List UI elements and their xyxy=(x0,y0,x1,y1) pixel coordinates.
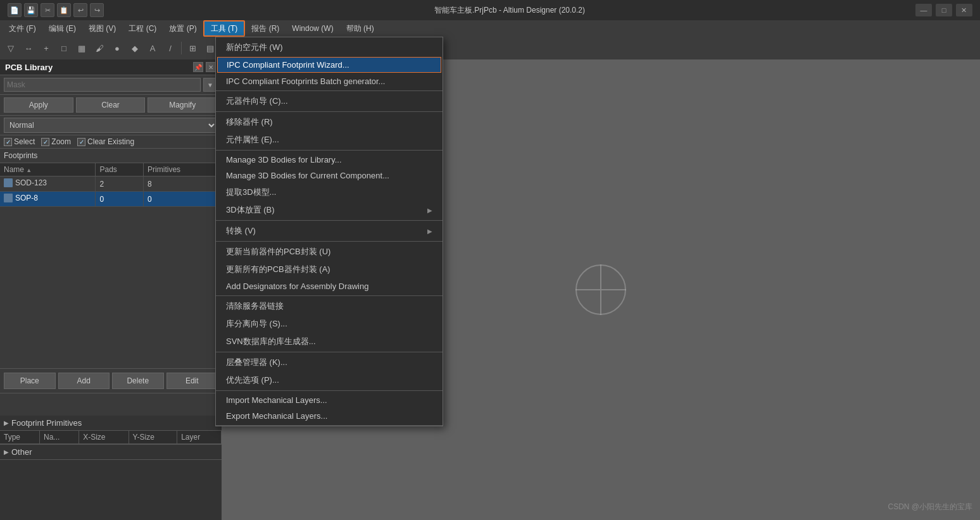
tb-line[interactable]: / xyxy=(162,40,179,56)
dropdown-item-ipc-wizard[interactable]: IPC Compliant Footprint Wizard... xyxy=(217,57,441,73)
dropdown-item-manage-3d-lib[interactable]: Manage 3D Bodies for Library... xyxy=(216,152,443,168)
prim-col-ysize[interactable]: Y-Size xyxy=(129,431,177,444)
menu-window[interactable]: Window (W) xyxy=(286,20,339,37)
tb-net[interactable]: ↔ xyxy=(20,40,37,56)
normal-select[interactable]: Normal xyxy=(4,118,217,133)
place-button[interactable]: Place xyxy=(4,373,56,389)
dropdown-item-import-mech[interactable]: Import Mechanical Layers... xyxy=(216,392,443,408)
edit-button[interactable]: Edit xyxy=(166,373,218,389)
dropdown-item-new-empty[interactable]: 新的空元件 (W) xyxy=(216,39,443,56)
prim-col-xsize[interactable]: X-Size xyxy=(79,431,129,444)
dropdown-item-manage-3d-cur[interactable]: Manage 3D Bodies for Current Component..… xyxy=(216,168,443,183)
dropdown-item-component-wizard[interactable]: 元器件向导 (C)... xyxy=(216,92,443,110)
dropdown-item-remove-device[interactable]: 移除器件 (R) xyxy=(216,113,443,131)
dropdown-item-stackup[interactable]: 层叠管理器 (K)... xyxy=(216,354,443,371)
dropdown-section-1: 新的空元件 (W) IPC Compliant Footprint Wizard… xyxy=(216,37,443,91)
menu-edit[interactable]: 编辑 (E) xyxy=(42,20,82,37)
menu-help[interactable]: 帮助 (H) xyxy=(340,20,380,37)
prim-col-type[interactable]: Type xyxy=(0,431,39,444)
prim-col-name[interactable]: Na... xyxy=(39,431,79,444)
table-row[interactable]: SOD-123 2 8 xyxy=(0,176,221,192)
col-name[interactable]: Name ▲ xyxy=(0,163,96,176)
other-section: ▶ Other xyxy=(0,444,222,520)
dropdown-item-export-mech[interactable]: Export Mechanical Layers... xyxy=(216,408,443,424)
dropdown-section-9: Import Mechanical Layers... Export Mecha… xyxy=(216,391,443,426)
panel-header-controls: 📌 ✕ xyxy=(193,62,216,72)
cb-select-box: ✓ xyxy=(4,138,12,146)
dropdown-item-convert[interactable]: 转换 (V) ▶ xyxy=(216,222,443,240)
tb-icon-save[interactable]: 💾 xyxy=(24,3,38,17)
tb-select[interactable]: □ xyxy=(56,40,72,56)
menu-tools[interactable]: 工具 (T) xyxy=(203,20,246,37)
watermark: CSDN @小阳先生的宝库 xyxy=(888,502,972,512)
magnify-button[interactable]: Magnify xyxy=(148,97,217,113)
col-primitives[interactable]: Primitives xyxy=(144,163,221,176)
tb-chart[interactable]: ▦ xyxy=(73,40,90,56)
tb-brush[interactable]: 🖌 xyxy=(91,40,108,56)
left-panel: PCB Library 📌 ✕ ▼ Apply Clear Magnify No… xyxy=(0,59,222,520)
tb-layers[interactable]: ⊞ xyxy=(184,40,201,56)
col-pads[interactable]: Pads xyxy=(96,163,144,176)
dropdown-item-3d-place[interactable]: 3D体放置 (B) ▶ xyxy=(216,201,443,219)
primitives-section: ▶ Footprint Primitives Type Na... X-Size… xyxy=(0,416,222,444)
menu-report[interactable]: 报告 (R) xyxy=(245,20,286,37)
checkbox-clear-existing[interactable]: ✓ Clear Existing xyxy=(77,137,134,146)
panel-pin[interactable]: 📌 xyxy=(193,62,203,72)
tb-circle[interactable]: ● xyxy=(109,40,125,56)
filter-buttons: Apply Clear Magnify xyxy=(0,95,221,116)
tb-add[interactable]: + xyxy=(38,40,54,56)
menu-project[interactable]: 工程 (C) xyxy=(122,20,163,37)
tb-icon-undo[interactable]: ↩ xyxy=(73,3,87,17)
menu-bar: 文件 (F) 编辑 (E) 视图 (V) 工程 (C) 放置 (P) 工具 (T… xyxy=(0,20,980,37)
close-button[interactable]: ✕ xyxy=(956,4,972,16)
window-controls: — □ ✕ xyxy=(915,4,972,16)
delete-button[interactable]: Delete xyxy=(112,373,164,389)
dropdown-item-svn-gen[interactable]: SVN数据库的库生成器... xyxy=(216,333,443,350)
dropdown-section-6: 更新当前器件的PCB封装 (U) 更新所有的PCB器件封装 (A) Add De… xyxy=(216,242,443,296)
tb-icon-redo[interactable]: ↪ xyxy=(90,3,104,17)
other-header[interactable]: ▶ Other xyxy=(0,445,222,460)
dropdown-item-prefs[interactable]: 优先选项 (P)... xyxy=(216,371,443,389)
menu-file[interactable]: 文件 (F) xyxy=(3,20,42,37)
mask-input[interactable] xyxy=(4,78,201,92)
dropdown-item-add-designators[interactable]: Add Designators for Assembly Drawing xyxy=(216,278,443,294)
toolbar-icons: 📄 💾 ✂ 📋 ↩ ↪ xyxy=(8,3,104,17)
dropdown-item-lib-split[interactable]: 库分离向导 (S)... xyxy=(216,315,443,333)
mask-row: ▼ xyxy=(0,75,221,95)
tb-icon-cut[interactable]: ✂ xyxy=(41,3,54,17)
tb-diamond[interactable]: ◆ xyxy=(127,40,143,56)
normal-row: Normal xyxy=(0,116,221,135)
tb-icon-paste[interactable]: 📋 xyxy=(57,3,71,17)
sort-arrow: ▲ xyxy=(26,167,32,173)
title-text: 智能车主板.PrjPcb - Altium Designer (20.0.2) xyxy=(434,5,585,16)
minimize-button[interactable]: — xyxy=(915,4,932,16)
title-bar: 📄 💾 ✂ 📋 ↩ ↪ 智能车主板.PrjPcb - Altium Design… xyxy=(0,0,980,20)
dropdown-section-7: 清除服务器链接 库分离向导 (S)... SVN数据库的库生成器... xyxy=(216,296,443,352)
dropdown-item-clear-server[interactable]: 清除服务器链接 xyxy=(216,297,443,315)
checkbox-select[interactable]: ✓ Select xyxy=(4,137,35,146)
dropdown-item-update-cur-pcb[interactable]: 更新当前器件的PCB封装 (U) xyxy=(216,243,443,261)
cb-clear-box: ✓ xyxy=(77,138,85,146)
tb-text[interactable]: A xyxy=(144,40,161,56)
checkbox-zoom[interactable]: ✓ Zoom xyxy=(41,137,71,146)
menu-place[interactable]: 放置 (P) xyxy=(163,20,203,37)
maximize-button[interactable]: □ xyxy=(936,4,952,16)
dropdown-item-update-all-pcb[interactable]: 更新所有的PCB器件封装 (A) xyxy=(216,261,443,278)
tb-filter[interactable]: ▽ xyxy=(3,40,19,56)
table-row[interactable]: SOP-8 0 0 xyxy=(0,192,221,207)
dropdown-item-component-props[interactable]: 元件属性 (E)... xyxy=(216,131,443,149)
apply-button[interactable]: Apply xyxy=(4,97,73,113)
footprints-table: Name ▲ Pads Primitives SOD-123 2 8 xyxy=(0,163,221,207)
tb-sep1 xyxy=(181,42,182,54)
primitives-header[interactable]: ▶ Footprint Primitives xyxy=(0,416,222,431)
tb-icon-new[interactable]: 📄 xyxy=(8,3,22,17)
menu-view[interactable]: 视图 (V) xyxy=(82,20,122,37)
bottom-buttons: Place Add Delete Edit xyxy=(0,368,222,393)
dropdown-item-ipc-batch[interactable]: IPC Compliant Footprints Batch generator… xyxy=(216,73,443,89)
add-button[interactable]: Add xyxy=(58,373,110,389)
prim-col-layer[interactable]: Layer xyxy=(177,431,222,444)
dropdown-item-extract-3d[interactable]: 提取3D模型... xyxy=(216,183,443,201)
expand-icon: ▶ xyxy=(4,419,9,426)
panel-close[interactable]: ✕ xyxy=(206,62,216,72)
clear-button[interactable]: Clear xyxy=(76,97,146,113)
